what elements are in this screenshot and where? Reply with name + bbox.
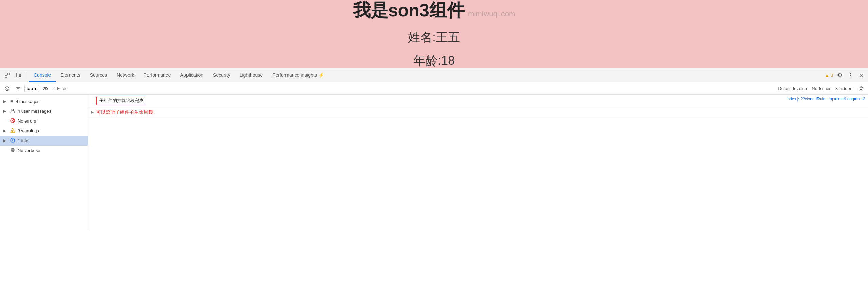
tab-security[interactable]: Security [208, 68, 235, 82]
error-icon [10, 118, 15, 124]
expand-arrow-icon: ▶ [3, 99, 7, 104]
warning-triangle-icon: ▲ [825, 73, 829, 78]
svg-point-25 [11, 150, 12, 150]
warning-icon [10, 128, 15, 134]
warning-count: 3 [831, 73, 833, 78]
more-options-button[interactable]: ⋮ [846, 72, 855, 79]
clear-console-button[interactable] [3, 84, 12, 93]
svg-point-20 [12, 131, 13, 132]
console-sidebar: ▶ ≡ 4 messages ▶ 4 user messages ▶ [0, 95, 88, 230]
levels-dropdown-icon: ▾ [805, 86, 808, 91]
devtools-main: ▶ ≡ 4 messages ▶ 4 user messages ▶ [0, 95, 868, 230]
tab-sources[interactable]: Sources [85, 68, 112, 82]
dropdown-arrow-icon: ▾ [34, 86, 37, 91]
expand-icon[interactable]: ▶ [91, 109, 96, 114]
devtools-tabs: Console Elements Sources Network Perform… [29, 68, 823, 82]
sidebar-item-user-messages[interactable]: ▶ 4 user messages [0, 106, 88, 116]
toolbar-right: ▲ 3 ⚙ ⋮ ✕ [825, 72, 865, 79]
devtools-panel: Console Elements Sources Network Perform… [0, 68, 868, 230]
svg-point-11 [45, 88, 46, 89]
page-age: 年龄:18 [413, 53, 455, 69]
messages-icon: ≡ [10, 99, 13, 104]
sidebar-item-errors[interactable]: ▶ No errors [0, 116, 88, 126]
verbose-icon [10, 148, 15, 153]
sidebar-item-messages[interactable]: ▶ ≡ 4 messages [0, 97, 88, 106]
svg-rect-2 [5, 76, 7, 78]
console-filters: top ▾ ⊿ Default levels ▾ No Issues 3 hid… [0, 82, 868, 95]
context-label: top [27, 86, 33, 91]
issues-settings-button[interactable] [856, 84, 865, 93]
svg-point-13 [859, 87, 863, 91]
sidebar-warnings-label: 3 warnings [18, 128, 39, 133]
separator [26, 72, 26, 79]
sidebar-verbose-label: No verbose [18, 148, 40, 153]
console-text-red: 可以监听子组件的生命周期 [96, 109, 153, 115]
watermark: mimiwuqi.com [468, 10, 515, 18]
filter-right: Default levels ▾ No Issues 3 hidden [778, 84, 865, 93]
page-title: 我是son3组件 [353, 0, 465, 22]
console-output: ▶ 子组件的挂载阶段完成 index.js??clonedRule···tup=… [88, 95, 868, 230]
user-icon [10, 108, 15, 114]
tab-lighthouse[interactable]: Lighthouse [235, 68, 268, 82]
tab-console[interactable]: Console [29, 68, 56, 82]
devtools-toolbar: Console Elements Sources Network Perform… [0, 68, 868, 82]
expand-arrow-icon: ▶ [3, 138, 7, 143]
expand-arrow-icon: ▶ [3, 109, 7, 113]
console-source-link[interactable]: index.js??clonedRule···tup=true&lang=ts:… [787, 97, 865, 101]
settings-button[interactable]: ⚙ [836, 72, 844, 79]
expand-arrow-icon: ▶ [3, 129, 7, 133]
filter-button[interactable] [14, 84, 22, 93]
tab-performance-insights[interactable]: Performance insights ⚡ [268, 68, 329, 82]
sidebar-item-info[interactable]: ▶ 1 info [0, 136, 88, 146]
tab-performance[interactable]: Performance [139, 68, 175, 82]
tab-network[interactable]: Network [112, 68, 139, 82]
filter-input[interactable] [57, 86, 776, 91]
context-selector[interactable]: top ▾ [24, 85, 39, 92]
svg-point-23 [12, 139, 13, 139]
tab-elements[interactable]: Elements [56, 68, 85, 82]
device-toolbar-button[interactable] [14, 71, 23, 80]
console-row: ▶ 子组件的挂载阶段完成 index.js??clonedRule···tup=… [88, 95, 868, 107]
show-live-expressions-button[interactable] [41, 84, 50, 93]
svg-point-27 [13, 150, 14, 150]
svg-rect-3 [16, 73, 19, 77]
svg-rect-1 [8, 73, 10, 75]
default-levels-label: Default levels [778, 86, 804, 91]
svg-line-6 [6, 87, 8, 90]
svg-rect-0 [5, 73, 7, 75]
console-message: 子组件的挂载阶段完成 [96, 97, 787, 105]
info-icon [10, 138, 15, 144]
sidebar-user-messages-label: 4 user messages [18, 109, 51, 114]
sidebar-item-verbose[interactable]: ▶ No verbose [0, 146, 88, 155]
sidebar-messages-label: 4 messages [16, 99, 39, 104]
page-name: 姓名:王五 [408, 29, 460, 46]
sidebar-errors-label: No errors [18, 118, 36, 124]
console-text-boxed: 子组件的挂载阶段完成 [96, 97, 146, 105]
filter-input-wrap: ⊿ [52, 86, 776, 91]
default-levels-button[interactable]: Default levels ▾ [778, 86, 808, 91]
console-message: 可以监听子组件的生命周期 [96, 109, 865, 115]
filter-funnel-icon: ⊿ [52, 86, 56, 91]
inspect-element-button[interactable] [3, 71, 12, 80]
svg-point-12 [860, 88, 862, 90]
svg-rect-4 [19, 74, 21, 77]
console-row: ▶ 可以监听子组件的生命周期 [88, 107, 868, 118]
warning-badge: ▲ 3 [825, 73, 833, 78]
svg-point-26 [12, 150, 13, 150]
close-devtools-button[interactable]: ✕ [857, 72, 865, 79]
tab-application[interactable]: Application [176, 68, 209, 82]
hidden-count-label: 3 hidden [835, 86, 852, 91]
no-issues-label: No Issues [812, 86, 831, 91]
sidebar-info-label: 1 info [18, 138, 28, 143]
page-content: 我是son3组件 mimiwuqi.com 姓名:王五 年龄:18 [0, 0, 868, 68]
sidebar-item-warnings[interactable]: ▶ 3 warnings [0, 126, 88, 136]
